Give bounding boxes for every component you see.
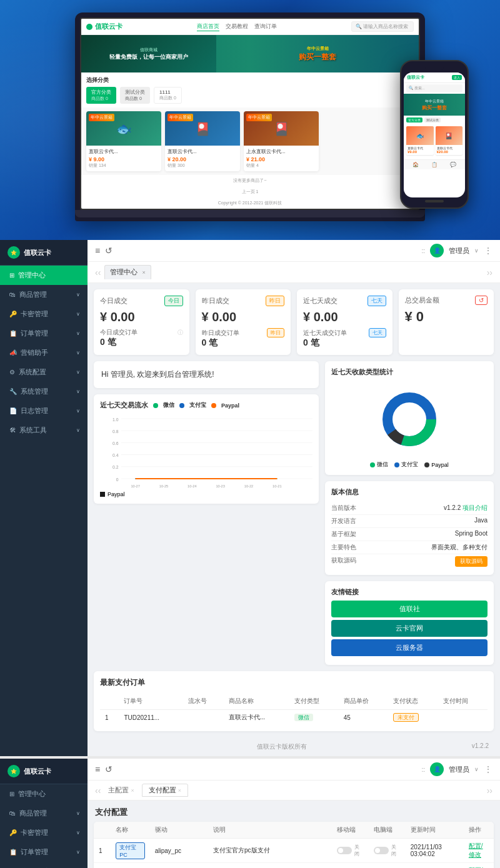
cards-icon-b: 🔑 bbox=[9, 829, 17, 836]
phone-store-btn[interactable]: 进入 bbox=[452, 75, 462, 80]
phone-cat-1[interactable]: 官方分类 bbox=[406, 117, 422, 122]
friend-link-yunserver[interactable]: 云服务器 bbox=[331, 639, 488, 656]
refresh-icon[interactable]: ↺ bbox=[105, 246, 112, 256]
line-chart-svg: 1.0 0.8 0.6 0.4 0.2 0 10-27 10-25 10-24 … bbox=[100, 415, 312, 490]
version-source-btn[interactable]: 获取源码 bbox=[455, 556, 488, 567]
sidebar-item-cards-b[interactable]: 🔑 卡密管理 ∨ bbox=[0, 823, 88, 842]
phone-product-1[interactable]: 🐟 直联云卡代 ¥9.00 bbox=[406, 126, 434, 155]
version-val-current: v1.2.2 bbox=[444, 504, 461, 511]
sidebar-label-products: 商品管理 bbox=[19, 290, 76, 299]
dashboard-icon-b: ⊞ bbox=[9, 791, 14, 797]
sidebar-item-marketing[interactable]: 📣 营销助手 ∨ bbox=[0, 343, 88, 362]
breadcrumb-tab-dashboard[interactable]: 管理中心 × bbox=[104, 265, 151, 279]
nav-right-arrow[interactable]: ›› bbox=[487, 786, 492, 796]
stat-badge-today[interactable]: 今日 bbox=[164, 296, 183, 306]
stat-sub-badge-week[interactable]: 七天 bbox=[369, 328, 386, 337]
phone-store-search[interactable]: 🔍 搜索... bbox=[406, 84, 462, 92]
admin-dropdown-icon-b[interactable]: ∨ bbox=[474, 766, 479, 772]
stat-card-today: 今日成交 今日 ¥ 0.00 今日成交订单 ⓘ 0 笔 bbox=[94, 289, 189, 355]
stat-badge-week[interactable]: 七天 bbox=[368, 296, 386, 306]
nav-item-1[interactable]: 商店首页 bbox=[197, 22, 219, 31]
tab-pay-config[interactable]: 支付配置 × bbox=[142, 784, 188, 797]
menu-toggle-icon[interactable]: ≡ bbox=[95, 246, 100, 256]
nav-item-2[interactable]: 交易教程 bbox=[226, 22, 248, 31]
cards-arrow: ∨ bbox=[76, 311, 80, 317]
pay-pc-toggle-1[interactable] bbox=[374, 847, 389, 854]
product-card-2[interactable]: 年中云景箱 🎴 直联云卡代... ¥ 20.00 销量 300 bbox=[165, 111, 240, 171]
sidebar-label-products-b: 商品管理 bbox=[19, 809, 76, 818]
admin-dropdown-icon[interactable]: ∨ bbox=[474, 247, 479, 254]
store-search[interactable]: 🔍 请输入商品名称搜索 bbox=[351, 21, 414, 32]
products-arrow: ∨ bbox=[76, 292, 80, 297]
pay-mobile-toggle-1[interactable] bbox=[337, 847, 352, 854]
version-label-features: 主要特色 bbox=[331, 543, 356, 552]
cat-btn-primary[interactable]: 官方分类商品数 0 bbox=[86, 87, 116, 104]
product-sales-1: 销量 134 bbox=[89, 162, 159, 169]
orders-icon-b: 📋 bbox=[9, 849, 17, 856]
phone-cat-2[interactable]: 测试分类 bbox=[424, 117, 441, 122]
product-card-3[interactable]: 年中云景箱 🎴 上永直联云卡代... ¥ 21.00 销量 4 bbox=[244, 111, 319, 171]
product-sales-3: 销量 4 bbox=[246, 162, 316, 169]
pay-op-1[interactable]: 配置/修改 bbox=[469, 842, 483, 858]
pay-name-1: 支付宝PC bbox=[116, 842, 145, 859]
th-status: 支付状态 bbox=[388, 693, 438, 710]
sidebar-item-dashboard[interactable]: ⊞ 管理中心 bbox=[0, 266, 88, 285]
tab-close-icon[interactable]: × bbox=[142, 269, 145, 276]
sidebar-item-sysmgmt[interactable]: 🔧 系统管理 ∨ bbox=[0, 382, 88, 401]
expand-icon[interactable]: :: bbox=[421, 247, 425, 254]
stat-badge-yesterday[interactable]: 昨日 bbox=[266, 296, 284, 306]
recent-orders-table: 订单号 流水号 商品名称 支付类型 商品单价 支付状态 支付时间 1 TUD20… bbox=[100, 693, 488, 725]
nav-item-3[interactable]: 查询订单 bbox=[254, 22, 277, 31]
order-id-1: TUD20211... bbox=[119, 710, 183, 726]
friend-link-zhilian[interactable]: 值联社 bbox=[331, 601, 488, 617]
breadcrumb-right-arrow[interactable]: ›› bbox=[487, 267, 492, 277]
expand-icon-b[interactable]: :: bbox=[421, 766, 425, 773]
friend-link-yunka[interactable]: 云卡官网 bbox=[331, 620, 488, 637]
admin-menu-icon-b[interactable]: ⋮ bbox=[484, 764, 492, 774]
breadcrumb-left-arrow[interactable]: ‹‹ bbox=[95, 267, 101, 277]
order-status-1: 未支付 bbox=[388, 710, 438, 726]
admin-avatar-b: 👤 bbox=[430, 762, 444, 776]
admin-username: 管理员 bbox=[449, 246, 469, 256]
stat-badge-refresh[interactable]: ↺ bbox=[475, 296, 488, 305]
product-card-1[interactable]: 年中云景箱 🐟 直联云卡代... ¥ 9.00 销量 134 bbox=[86, 111, 161, 171]
cat-btn-secondary[interactable]: 测试分类商品数 0 bbox=[120, 87, 150, 104]
sidebar-item-dashboard-b[interactable]: ⊞ 管理中心 bbox=[0, 784, 88, 804]
tab-main-config[interactable]: 主配置 × bbox=[103, 784, 139, 796]
cat-btn-white[interactable]: 1111商品数 0 bbox=[154, 87, 182, 104]
sidebar-item-products-b[interactable]: 🛍 商品管理 ∨ bbox=[0, 804, 88, 823]
stat-sub-badge-yesterday[interactable]: 昨日 bbox=[267, 328, 284, 337]
pay-time-1: 2021/11/03 03:04:02 bbox=[406, 839, 464, 863]
phone-categories: 官方分类 测试分类 bbox=[404, 116, 465, 124]
welcome-text: Hi 管理员, 欢迎来到后台管理系统! bbox=[101, 369, 311, 381]
stat-orders-today: 0 笔 bbox=[100, 337, 183, 348]
menu-toggle-icon-b[interactable]: ≡ bbox=[95, 764, 100, 774]
sidebar-item-sysconfig[interactable]: ⚙ 系统配置 ∨ bbox=[0, 362, 88, 382]
pay-desc-2: 易支付 - QQ钱包 bbox=[208, 863, 332, 869]
sidebar-item-cards[interactable]: 🔑 卡密管理 ∨ bbox=[0, 304, 88, 324]
line-chart-title: 近七天交易流水 bbox=[100, 401, 148, 410]
sidebar-item-orders-b[interactable]: 📋 订单管理 ∨ bbox=[0, 842, 88, 862]
sidebar-item-marketing-b[interactable]: 📣 营销助手 ∨ bbox=[0, 862, 88, 868]
order-name-1: 直联云卡代... bbox=[224, 710, 289, 726]
th-no bbox=[100, 693, 119, 710]
sidebar-item-orders[interactable]: 📋 订单管理 ∨ bbox=[0, 324, 88, 343]
donut-legend: 微信 支付宝 Paypal bbox=[331, 461, 488, 469]
sidebar-item-systools[interactable]: 🛠 系统工具 ∨ bbox=[0, 421, 88, 440]
payment-table: 名称 驱动 说明 移动端 电脑端 更新时间 操作 1 支付宝PC bbox=[94, 822, 494, 868]
admin-menu-icon[interactable]: ⋮ bbox=[484, 246, 492, 256]
phone-product-2[interactable]: 🎴 直联云卡代 ¥20.00 bbox=[436, 126, 463, 155]
refresh-icon-b[interactable]: ↺ bbox=[105, 764, 112, 774]
version-link[interactable]: 项目介绍 bbox=[462, 504, 488, 511]
donut-chart bbox=[331, 382, 488, 457]
sidebar-item-logs[interactable]: 📄 日志管理 ∨ bbox=[0, 401, 88, 421]
legend-paypal-label: Paypal bbox=[221, 402, 239, 409]
stat-value-today: ¥ 0.00 bbox=[100, 310, 183, 324]
sidebar-item-products[interactable]: 🛍 商品管理 ∨ bbox=[0, 285, 88, 304]
product-price-3: ¥ 21.00 bbox=[246, 156, 316, 162]
nav-left-arrow[interactable]: ‹‹ bbox=[95, 786, 101, 796]
admin-panel-bottom: ⭐ 值联云卡 ⊞ 管理中心 🛍 商品管理 ∨ 🔑 卡密管理 ∨ 📋 订单管理 ∨… bbox=[0, 759, 500, 868]
marketing-arrow: ∨ bbox=[76, 350, 80, 356]
th-type: 支付类型 bbox=[289, 693, 339, 710]
product-name-3: 上永直联云卡代... bbox=[246, 148, 316, 155]
